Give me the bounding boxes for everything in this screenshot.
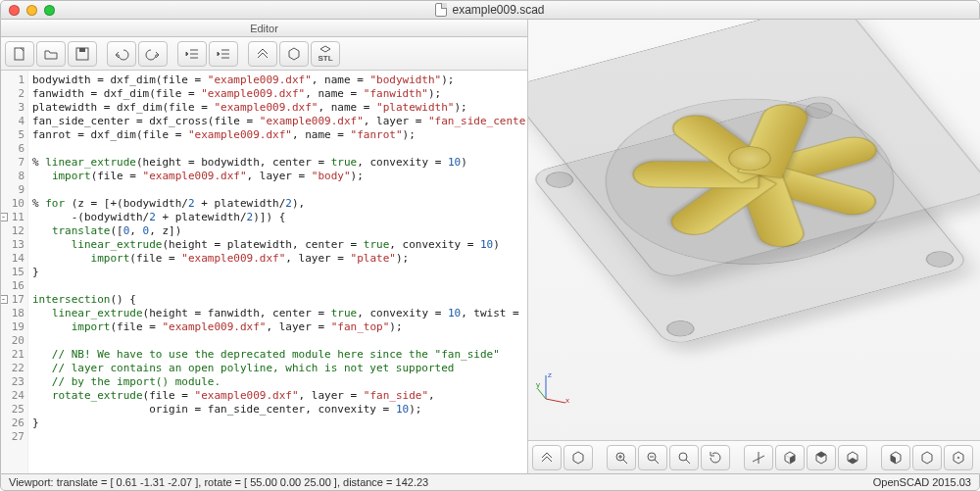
view-back-button[interactable] xyxy=(944,445,973,470)
view-bottom-button[interactable] xyxy=(838,445,867,470)
stl-label: STL xyxy=(318,55,332,63)
viewer-toolbar xyxy=(528,440,980,473)
zoom-fit-button[interactable] xyxy=(669,445,699,470)
app-window: example009.scad Editor STL xyxy=(0,0,980,491)
reset-view-button[interactable] xyxy=(701,445,730,470)
undo-button[interactable] xyxy=(107,41,136,67)
export-stl-button[interactable]: STL xyxy=(311,41,340,67)
preview-button[interactable] xyxy=(248,41,277,67)
close-button[interactable] xyxy=(9,5,20,16)
code-editor[interactable]: 1234567891011-121314151617-1819202122232… xyxy=(1,71,527,473)
minimize-button[interactable] xyxy=(26,5,37,16)
version-text: OpenSCAD 2015.03 xyxy=(873,476,971,488)
view-front-button[interactable] xyxy=(912,445,942,470)
statusbar: Viewport: translate = [ 0.61 -1.31 -2.07… xyxy=(0,473,980,491)
svg-line-5 xyxy=(546,399,565,403)
viewport-3d[interactable]: z x y xyxy=(528,20,980,440)
indent-button[interactable] xyxy=(209,41,238,67)
viewer-preview-button[interactable] xyxy=(532,445,562,470)
window-title-text: example009.scad xyxy=(452,3,544,17)
axes-gizmo: z x y xyxy=(536,369,571,405)
document-icon xyxy=(435,3,447,17)
titlebar[interactable]: example009.scad xyxy=(0,0,980,20)
line-gutter: 1234567891011-121314151617-1819202122232… xyxy=(1,71,28,473)
zoom-out-button[interactable] xyxy=(638,445,667,470)
viewport-status-text: Viewport: translate = [ 0.61 -1.31 -2.07… xyxy=(9,476,428,488)
svg-text:z: z xyxy=(548,370,552,379)
svg-line-7 xyxy=(538,389,546,399)
window-controls xyxy=(9,5,55,16)
svg-rect-2 xyxy=(79,48,85,52)
editor-pane: Editor STL 12345678910 xyxy=(1,20,528,473)
model-preview xyxy=(528,92,971,346)
new-button[interactable] xyxy=(5,41,34,67)
toggle-axes-button[interactable] xyxy=(744,445,773,470)
svg-text:x: x xyxy=(565,396,569,405)
svg-text:y: y xyxy=(536,380,540,389)
unindent-button[interactable] xyxy=(177,41,207,67)
code-text[interactable]: bodywidth = dxf_dim(file = "example009.d… xyxy=(28,71,527,473)
svg-point-12 xyxy=(957,457,959,459)
open-button[interactable] xyxy=(36,41,66,67)
viewer-render-button[interactable] xyxy=(564,445,593,470)
editor-pane-title: Editor xyxy=(1,20,527,37)
editor-toolbar: STL xyxy=(1,37,527,71)
zoom-in-button[interactable] xyxy=(607,445,636,470)
view-top-button[interactable] xyxy=(807,445,836,470)
view-right-button[interactable] xyxy=(775,445,805,470)
render-button[interactable] xyxy=(279,41,309,67)
viewer-pane: z x y xyxy=(528,20,980,473)
redo-button[interactable] xyxy=(138,41,168,67)
view-left-button[interactable] xyxy=(881,445,910,470)
zoom-button[interactable] xyxy=(44,5,55,16)
window-title: example009.scad xyxy=(1,3,979,17)
save-button[interactable] xyxy=(68,41,97,67)
svg-point-11 xyxy=(679,453,687,461)
